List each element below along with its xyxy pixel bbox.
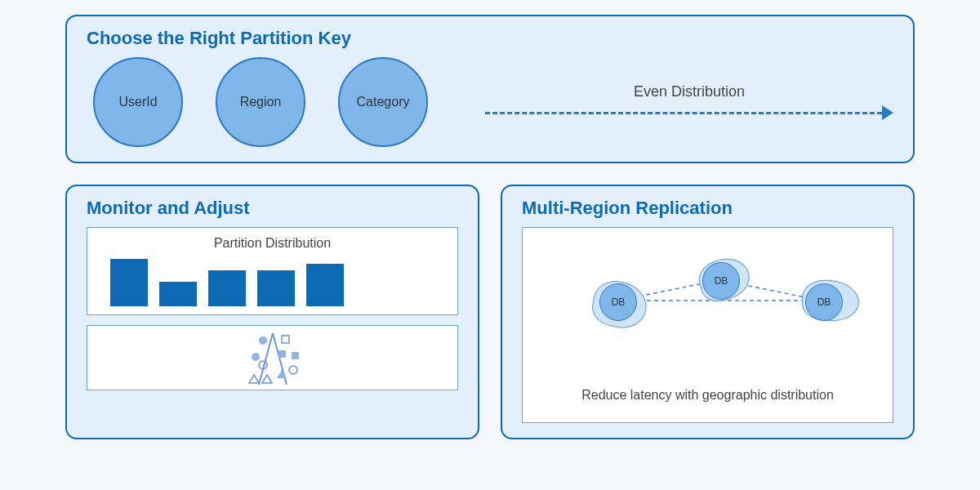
distribution-label: Even Distribution — [485, 83, 893, 100]
partition-key-circles: UserId Region Category — [93, 57, 428, 147]
key-circle-region: Region — [216, 57, 305, 147]
replication-graph: DB DB DB — [536, 256, 880, 345]
svg-point-2 — [259, 336, 267, 345]
partition-distribution-title: Partition Distribution — [100, 236, 444, 251]
svg-point-11 — [289, 366, 297, 374]
svg-rect-8 — [278, 350, 286, 358]
replication-inner: DB DB DB Reduce latency with geographic … — [522, 227, 893, 423]
db-node: DB — [805, 283, 843, 321]
bar-chart-icon — [110, 257, 444, 306]
svg-marker-6 — [262, 375, 272, 383]
svg-marker-5 — [249, 375, 259, 383]
svg-rect-7 — [282, 336, 289, 343]
bottom-row: Monitor and Adjust Partition Distributio… — [65, 185, 915, 439]
svg-point-3 — [252, 353, 260, 361]
db-node: DB — [599, 283, 637, 321]
partition-key-row: UserId Region Category Even Distribution — [87, 57, 893, 147]
svg-marker-10 — [277, 370, 287, 378]
cluster-scatter-icon — [236, 329, 310, 386]
distribution-arrow-block: Even Distribution — [485, 83, 893, 122]
replication-caption: Reduce latency with geographic distribut… — [536, 388, 880, 403]
distribution-arrow-icon — [485, 105, 893, 122]
monitor-panel: Monitor and Adjust Partition Distributio… — [65, 185, 479, 439]
replication-panel: Multi-Region Replication DB DB DB Reduce… — [501, 185, 915, 439]
partition-key-panel: Choose the Right Partition Key UserId Re… — [65, 15, 915, 163]
monitor-title: Monitor and Adjust — [87, 198, 458, 219]
partition-key-title: Choose the Right Partition Key — [87, 28, 893, 49]
key-circle-userid: UserId — [93, 57, 183, 147]
partition-distribution-card: Partition Distribution — [87, 227, 458, 315]
db-node: DB — [702, 262, 740, 300]
svg-rect-9 — [292, 352, 299, 359]
cluster-scatter-card — [87, 325, 458, 390]
replication-title: Multi-Region Replication — [522, 198, 893, 219]
key-circle-category: Category — [338, 57, 428, 147]
